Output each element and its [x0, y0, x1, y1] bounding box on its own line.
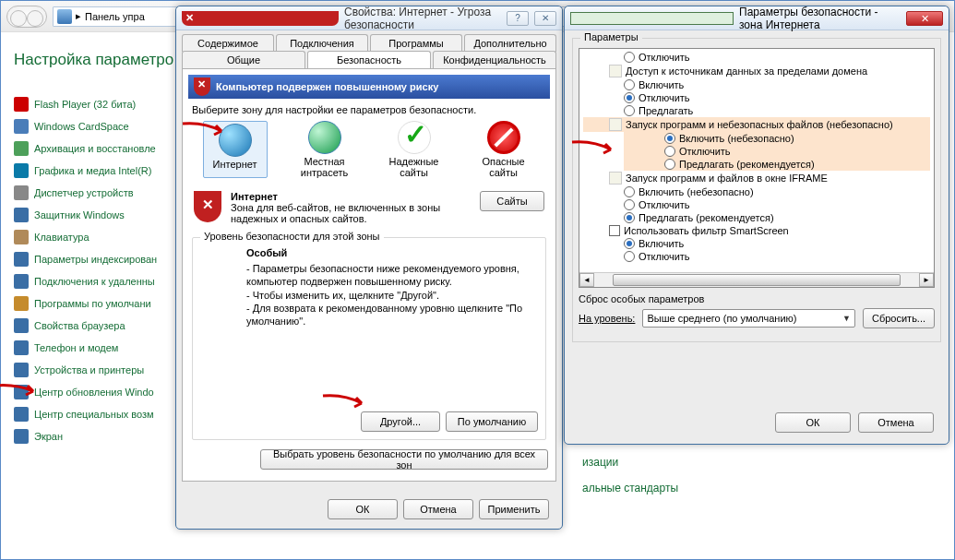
cp-applet-item[interactable]: Центр специальных возм — [14, 407, 187, 422]
scroll-right-button[interactable]: ► — [919, 273, 934, 287]
prop-titlebar[interactable]: Свойства: Интернет - Угроза безопасности… — [176, 6, 562, 30]
cp-applet-item[interactable]: Центр обновления Windo — [14, 385, 187, 399]
applet-link[interactable]: Программы по умолчани — [34, 298, 151, 309]
zone-Опасные сайты[interactable]: Опасные сайты — [472, 121, 536, 178]
tree-item[interactable]: Предлагать (рекомендуется) — [624, 158, 930, 171]
tree-item[interactable]: Отключить — [624, 198, 930, 211]
radio-icon[interactable] — [624, 212, 635, 223]
applet-link[interactable]: Архивация и восстановле — [34, 143, 156, 154]
ok-button[interactable]: ОК — [775, 412, 851, 433]
radio-icon[interactable] — [624, 199, 635, 210]
applet-link[interactable]: Центр специальных возм — [34, 409, 154, 420]
cp-applet-item[interactable]: Свойства браузера — [14, 318, 187, 333]
sites-button[interactable]: Сайты — [480, 191, 544, 211]
applet-link[interactable]: Клавиатура — [34, 232, 90, 243]
cp-applet-item[interactable]: Защитник Windows — [14, 208, 187, 222]
tab-Дополнительно[interactable]: Дополнительно — [464, 34, 556, 52]
applet-link[interactable]: Свойства браузера — [34, 320, 125, 331]
radio-icon[interactable] — [664, 133, 675, 144]
radio-icon[interactable] — [624, 238, 635, 249]
applet-link[interactable]: Защитник Windows — [34, 209, 125, 220]
tree-item[interactable]: Включить (небезопасно) — [624, 185, 930, 198]
tree-item[interactable]: Предлагать (рекомендуется) — [624, 211, 930, 224]
cp-applet-item[interactable]: Flash Player (32 бита) — [14, 97, 187, 112]
checkbox-icon[interactable] — [609, 225, 620, 236]
sec-button-bar: ОК Отмена — [775, 412, 934, 433]
zone-Местная интрасеть[interactable]: Местная интрасеть — [292, 121, 357, 178]
applet-link[interactable]: Устройства и принтеры — [34, 364, 144, 375]
doc-icon — [609, 118, 622, 131]
applet-icon — [14, 208, 29, 222]
cp-applet-item[interactable]: Клавиатура — [14, 230, 187, 244]
applet-link[interactable]: Windows CardSpace — [34, 121, 129, 132]
radio-icon[interactable] — [664, 146, 675, 157]
tree-item: Запуск программ и небезопасных файлов (н… — [583, 117, 930, 132]
settings-tree-scroll[interactable]: ОтключитьДоступ к источникам данных за п… — [579, 48, 935, 288]
cancel-button[interactable]: Отмена — [403, 499, 473, 519]
radio-icon[interactable] — [624, 105, 635, 116]
tree-item[interactable]: Включить — [624, 237, 930, 250]
apply-button[interactable]: Применить — [479, 499, 549, 519]
tree-item[interactable]: Предлагать — [624, 104, 930, 117]
cp-applet-item[interactable]: Диспетчер устройств — [14, 185, 187, 200]
scrollbar-horizontal[interactable]: ◄ ► — [579, 272, 934, 287]
radio-icon[interactable] — [624, 79, 635, 90]
applet-link[interactable]: Параметры индексирован — [34, 254, 157, 265]
tab-Конфиденциальность[interactable]: Конфиденциальность — [433, 51, 556, 68]
nav-back-forward[interactable] — [6, 6, 47, 28]
cancel-button[interactable]: Отмена — [858, 412, 934, 433]
tree-item[interactable]: Использовать фильтр SmartScreen — [609, 224, 930, 237]
tree-label: Доступ к источникам данных за пределами … — [626, 66, 867, 77]
radio-icon[interactable] — [624, 251, 635, 262]
zone-Надежные сайты[interactable]: Надежные сайты — [382, 121, 447, 178]
reset-level-combo[interactable]: Выше среднего (по умолчанию) ▼ — [642, 309, 855, 328]
settings-tree: ОтключитьДоступ к источникам данных за п… — [579, 49, 934, 265]
applet-link[interactable]: Flash Player (32 бита) — [34, 99, 136, 110]
tree-item[interactable]: Включить (небезопасно) — [624, 132, 930, 145]
radio-icon[interactable] — [664, 159, 675, 170]
zone-Интернет[interactable]: Интернет — [203, 121, 268, 178]
sec-titlebar[interactable]: Параметры безопасности - зона Интернета … — [565, 6, 949, 30]
tab-Содержимое[interactable]: Содержимое — [182, 34, 274, 52]
tab-Безопасность[interactable]: Безопасность — [307, 51, 431, 68]
tree-item[interactable]: Отключить — [624, 91, 930, 104]
applet-link[interactable]: Диспетчер устройств — [34, 187, 134, 198]
tab-Общие[interactable]: Общие — [182, 51, 305, 68]
tree-label: Запуск программ и файлов в окне IFRAME — [626, 173, 828, 184]
applet-link[interactable]: Экран — [34, 431, 63, 442]
applet-link[interactable]: Центр обновления Windo — [34, 387, 154, 398]
close-button[interactable]: ✕ — [906, 11, 943, 26]
reset-all-zones-button[interactable]: Выбрать уровень безопасности по умолчани… — [260, 449, 548, 470]
cp-applet-item[interactable]: Экран — [14, 429, 187, 444]
cp-applet-item[interactable]: Графика и медиа Intel(R) — [14, 163, 187, 178]
ok-button[interactable]: ОК — [328, 499, 398, 519]
cp-applet-item[interactable]: Телефон и модем — [14, 340, 187, 355]
cp-applet-item[interactable]: Программы по умолчани — [14, 296, 187, 311]
cp-applet-item[interactable]: Windows CardSpace — [14, 119, 187, 134]
security-level: Особый - Параметры безопасности ниже рек… — [200, 247, 538, 328]
applet-link[interactable]: Телефон и модем — [34, 342, 118, 353]
tab-Программы[interactable]: Программы — [370, 34, 462, 52]
applet-link[interactable]: Графика и медиа Intel(R) — [34, 165, 151, 176]
radio-icon[interactable] — [624, 52, 635, 63]
cp-applet-item[interactable]: Устройства и принтеры — [14, 363, 187, 377]
custom-level-button[interactable]: Другой... — [361, 411, 440, 432]
radio-icon[interactable] — [624, 186, 635, 197]
scroll-thumb[interactable] — [613, 274, 901, 286]
cp-applet-item[interactable]: Параметры индексирован — [14, 252, 187, 267]
tab-Подключения[interactable]: Подключения — [276, 34, 368, 52]
applet-link[interactable]: Подключения к удаленны — [34, 276, 155, 287]
tree-item[interactable]: Отключить — [624, 250, 930, 263]
help-button[interactable]: ? — [507, 11, 529, 26]
tree-item[interactable]: Отключить — [624, 145, 930, 158]
close-button[interactable]: ✕ — [534, 11, 556, 26]
reset-label: На уровень: — [579, 313, 635, 324]
cp-applet-item[interactable]: Подключения к удаленны — [14, 274, 187, 289]
tree-item[interactable]: Отключить — [624, 51, 930, 64]
default-level-button[interactable]: По умолчанию — [446, 411, 538, 432]
reset-button[interactable]: Сбросить... — [863, 308, 935, 328]
scroll-left-button[interactable]: ◄ — [579, 273, 594, 287]
cp-applet-item[interactable]: Архивация и восстановле — [14, 141, 187, 156]
tree-item[interactable]: Включить — [624, 78, 930, 91]
radio-icon[interactable] — [624, 92, 635, 103]
